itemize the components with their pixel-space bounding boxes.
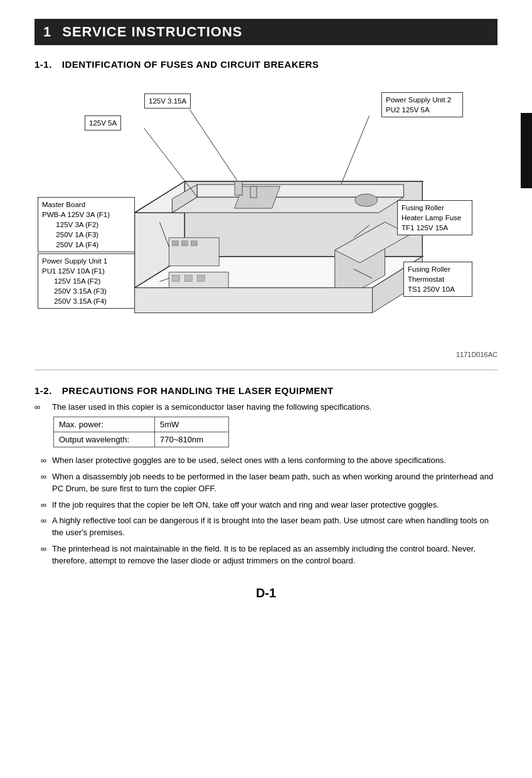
bullet-item: If the job requires that the copier be l…: [41, 499, 497, 511]
svg-line-22: [144, 128, 198, 197]
svg-rect-28: [235, 181, 242, 195]
intro-paragraph: ∞ The laser used in this copier is a sem…: [35, 402, 497, 412]
diagram-area: 125V 3.15A 125V 5A Power Supply Unit 2PU…: [35, 81, 497, 344]
section-number: 1: [43, 24, 51, 40]
bullet-item: A highly reflective tool can be dangerou…: [41, 515, 497, 539]
spec-label: Output wavelength:: [54, 432, 155, 447]
svg-rect-16: [197, 275, 205, 282]
svg-rect-11: [181, 241, 188, 246]
label-master-board: Master Board PWB-A 125V 3A (F1) 125V 3A …: [38, 197, 135, 252]
page-footer: D-1: [35, 586, 497, 600]
label-power-supply1: Power Supply Unit 1 PU1 125V 10A (F1) 12…: [38, 253, 135, 309]
svg-marker-19: [135, 288, 373, 313]
fig-number: 1171D016AC: [35, 351, 497, 358]
bullet-item: The printerhead is not maintainable in t…: [41, 543, 497, 567]
label-fusing-thermo: Fusing Roller Thermostat TS1 250V 10A: [403, 262, 472, 297]
svg-point-8: [355, 194, 378, 206]
spec-value: 5mW: [155, 417, 229, 432]
svg-rect-10: [172, 241, 178, 246]
svg-line-23: [341, 115, 370, 184]
subsection-1-1-heading: 1-1.IDENTIFICATION OF FUSES AND CIRCUIT …: [35, 59, 497, 70]
section-header: 1 SERVICE INSTRUCTIONS: [35, 19, 497, 45]
edge-tab: [521, 113, 532, 188]
bullet-item: When laser protective goggles are to be …: [41, 455, 497, 467]
bullet-item: When a disassembly job needs to be perfo…: [41, 471, 497, 495]
label-power-supply2: Power Supply Unit 2PU2 125V 5A: [381, 92, 463, 117]
spec-label: Max. power:: [54, 417, 155, 432]
spec-table: Max. power:5mWOutput wavelength:770~810n…: [53, 417, 229, 447]
label-fusing-heater: Fusing Roller Heater Lamp Fuse TF1 125V …: [397, 200, 472, 235]
subsection-1-2-heading: 1-2.PRECAUTIONS FOR HANDLING THE LASER E…: [35, 385, 497, 396]
svg-rect-12: [191, 241, 197, 246]
svg-line-21: [189, 109, 241, 186]
svg-rect-15: [184, 275, 192, 282]
bullet-list: When laser protective goggles are to be …: [41, 455, 497, 567]
label-125v-315a: 125V 3.15A: [144, 93, 191, 109]
spec-value: 770~810nm: [155, 432, 229, 447]
label-125v-5a: 125V 5A: [85, 115, 121, 131]
svg-rect-14: [172, 275, 179, 282]
section-title: SERVICE INSTRUCTIONS: [62, 24, 242, 40]
page: 1 SERVICE INSTRUCTIONS 1-1.IDENTIFICATIO…: [0, 0, 532, 626]
svg-rect-29: [250, 186, 257, 198]
